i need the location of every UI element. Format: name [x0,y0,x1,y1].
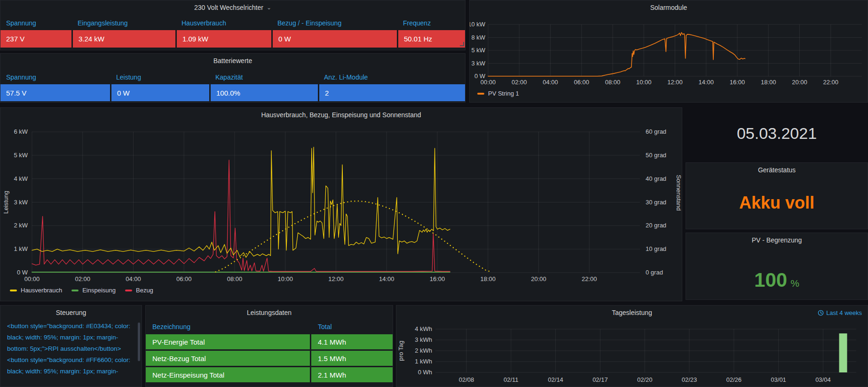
panel-title-batteriewerte[interactable]: Batteriewerte [0,54,465,68]
wechselrichter-header: Frequenz [403,19,431,27]
scrollbar[interactable] [138,322,140,361]
leistungsdaten-cell: Netz-Einspeisung Total [146,367,310,382]
panel-datum: 05.03.2021 [686,107,868,159]
svg-text:2 kWh: 2 kWh [415,347,432,354]
hausverbrauch-chart[interactable]: 0 W0 grad1 kW10 grad2 kW20 grad3 kW30 gr… [0,108,682,301]
legend-item[interactable]: Bezug [125,287,153,294]
svg-text:10:00: 10:00 [636,79,652,86]
svg-text:14:00: 14:00 [698,79,714,86]
svg-text:00:00: 00:00 [24,275,40,282]
svg-text:04:00: 04:00 [543,79,558,86]
svg-text:02/23: 02/23 [682,376,697,383]
panel-title-text: Batteriewerte [213,57,252,64]
panel-geraetestatus: Gerätestatus Akku voll [686,162,868,229]
svg-text:20:00: 20:00 [531,275,546,282]
svg-text:20:00: 20:00 [792,79,807,86]
panel-title-leistungsdaten[interactable]: Leistungsdaten [146,306,393,320]
leistungsdaten-cell: Netz-Bezug Total [146,351,310,366]
svg-text:3 kW: 3 kW [471,60,485,67]
panel-title-text: Leistungsdaten [247,309,292,316]
batterie-header: Anz. Li-Module [324,73,368,81]
panel-title-text: Gerätestatus [758,166,796,174]
svg-text:18:00: 18:00 [761,79,776,86]
svg-text:5 kW: 5 kW [14,152,28,159]
svg-text:Leistung: Leistung [2,191,9,214]
svg-text:2 kW: 2 kW [14,222,28,229]
svg-text:30 grad: 30 grad [646,199,666,206]
solar-legend: PV String 1 [477,90,519,97]
legend-swatch-icon [477,93,484,95]
legend-label: Einspeisung [82,287,116,294]
svg-text:1 kW: 1 kW [14,245,28,252]
svg-text:03/01: 03/01 [771,376,786,383]
svg-text:22:00: 22:00 [582,275,597,282]
dashboard: 230 Volt Wechselrichter ⌄ SpannungEingan… [0,0,868,387]
batterie-value-cell: 0 W [111,84,209,101]
hausverbrauch-legend: HausverbrauchEinspeisungBezug [10,287,153,294]
svg-text:08:00: 08:00 [605,79,621,86]
svg-text:02:00: 02:00 [75,275,90,282]
panel-title-geraetestatus[interactable]: Gerätestatus [686,163,868,177]
wechselrichter-header: Hausverbrauch [181,19,226,27]
panel-tagesleistung: Tagesleistung Last 4 weeks 0 Wh1 kWh2 kW… [396,305,868,387]
legend-item[interactable]: Hausverbrauch [10,287,62,294]
svg-text:16:00: 16:00 [430,275,445,282]
panel-title-steuerung[interactable]: Steuerung [0,306,142,320]
legend-label: Bezug [136,287,153,294]
code-line: black; width: 95%; margin: 1px; margin- [7,332,134,343]
panel-hausverbrauch-chart: Hausverbrauch, Bezug, Einspeisung und So… [0,107,682,301]
code-line: <button style="background: #FF6600; colo… [7,355,134,366]
wechselrichter-header: Spannung [6,19,36,27]
wechselrichter-value-cell: 50.01 Hz [398,30,465,48]
panel-resize-handle[interactable] [460,42,464,46]
wechselrichter-value-cell: 0 W [273,30,397,48]
svg-text:04:00: 04:00 [126,275,141,282]
panel-title-text: Steuerung [56,309,87,316]
panel-title-wechselrichter[interactable]: 230 Volt Wechselrichter ⌄ [0,0,465,15]
leistungsdaten-cell: PV-Energie Total [146,334,310,349]
svg-text:00:00: 00:00 [481,79,496,86]
svg-text:02/20: 02/20 [637,376,653,383]
svg-text:40 grad: 40 grad [646,175,666,182]
svg-text:50 grad: 50 grad [646,152,666,159]
batterie-value-cell: 100.0% [211,84,318,101]
code-line: <button style="background: #E03434; colo… [7,321,134,332]
svg-text:02:00: 02:00 [512,79,527,86]
wechselrichter-value-cell: 3.24 kW [73,30,175,48]
panel-steuerung: Steuerung <button style="background: #E0… [0,305,142,387]
code-line: bottom: 5px;">RPI ausschalten</button> [7,343,134,355]
status-value: Akku voll [739,193,814,213]
pv-limit-unit: % [790,278,799,289]
svg-text:1 kWh: 1 kWh [415,358,432,365]
svg-text:02/08: 02/08 [459,376,474,383]
panel-wechselrichter: 230 Volt Wechselrichter ⌄ SpannungEingan… [0,0,466,50]
svg-text:10:00: 10:00 [277,275,293,282]
legend-swatch-icon [71,290,79,291]
panel-leistungsdaten: Leistungsdaten BezeichnungTotal PV-Energ… [145,305,393,387]
svg-text:02/11: 02/11 [504,376,519,383]
svg-text:02/26: 02/26 [726,376,742,383]
batterie-value-cell: 57.5 V [0,84,110,101]
batterie-value-cell: 2 [319,84,465,101]
solar-chart[interactable]: 0 W3 kW5 kW8 kW10 kW00:0002:0004:0006:00… [470,0,868,102]
legend-label: Hausverbrauch [21,287,62,294]
svg-text:22:00: 22:00 [823,79,838,86]
legend-item[interactable]: Einspeisung [71,287,116,294]
svg-text:03/04: 03/04 [815,376,831,383]
svg-text:0 W: 0 W [17,269,28,276]
legend-item[interactable]: PV String 1 [477,90,519,97]
svg-text:0 grad: 0 grad [646,269,663,276]
svg-text:5 kW: 5 kW [471,47,485,54]
svg-text:12:00: 12:00 [667,79,683,86]
svg-text:6 kW: 6 kW [14,128,28,135]
panel-pv-begrenzung: PV - Begrenzung 100 % [686,233,868,300]
tagesleistung-chart[interactable]: 0 Wh1 kWh2 kWh3 kWh4 kWh02/0802/1102/140… [396,306,868,387]
legend-swatch-icon [125,290,132,291]
svg-text:16:00: 16:00 [730,79,745,86]
panel-title-pv-begrenzung[interactable]: PV - Begrenzung [686,233,868,247]
batterie-header: Kapazität [215,73,243,81]
svg-text:08:00: 08:00 [227,275,243,282]
panel-batteriewerte: Batteriewerte SpannungLeistungKapazitätA… [0,53,466,103]
leistungsdaten-cell: 4.1 MWh [311,334,393,349]
svg-text:06:00: 06:00 [574,79,589,86]
